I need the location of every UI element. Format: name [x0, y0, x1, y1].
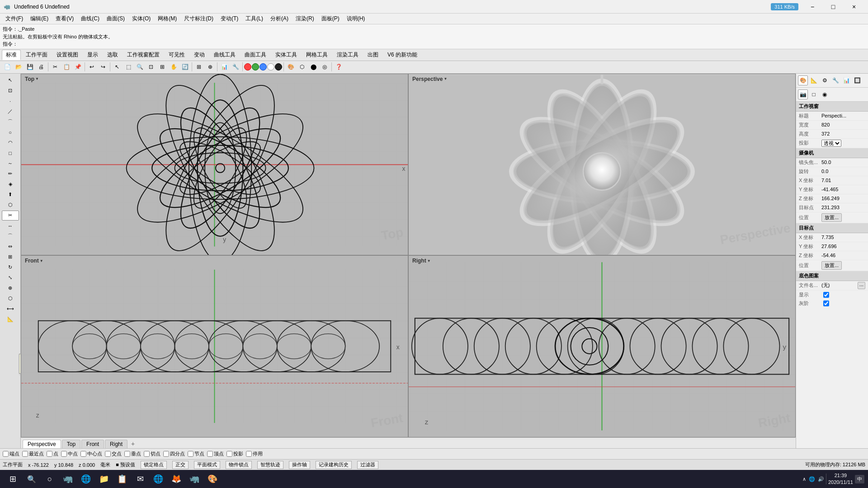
tool-mesh-tools[interactable]: ⬡ — [2, 294, 19, 304]
task-ie[interactable]: 🌐 — [78, 472, 94, 486]
snap-vertex[interactable]: 顶点 — [207, 450, 224, 457]
tb-help[interactable]: ❓ — [333, 61, 344, 72]
tab-print[interactable]: 出图 — [363, 50, 382, 60]
maximize-button[interactable]: □ — [823, 0, 844, 14]
status-smarttrack[interactable]: 智慧轨迹 — [257, 461, 283, 469]
viewport-front[interactable]: Front — [21, 255, 408, 437]
tab-display[interactable]: 显示 — [83, 50, 102, 60]
tool-solid[interactable]: ⬡ — [2, 200, 19, 210]
tb-paste[interactable]: 📌 — [72, 61, 83, 72]
menu-file[interactable]: 文件(F) — [2, 14, 27, 23]
menu-view[interactable]: 查看(V) — [52, 14, 77, 23]
menu-panel[interactable]: 面板(P) — [318, 14, 343, 23]
tb-redo[interactable]: ↪ — [98, 61, 108, 72]
menu-edit[interactable]: 编辑(E) — [27, 14, 52, 23]
snap-midpoint[interactable]: 中点 — [61, 450, 78, 457]
tb-undo[interactable]: ↩ — [86, 61, 97, 72]
menu-help[interactable]: 说明(H) — [343, 14, 369, 23]
tool-line[interactable]: ／ — [2, 107, 19, 117]
snap-point[interactable]: 点 — [47, 450, 58, 457]
menu-render[interactable]: 渲染(R) — [292, 14, 318, 23]
tray-expand[interactable]: ∧ — [802, 476, 806, 482]
start-button[interactable]: ⊞ — [4, 472, 22, 486]
task-cortana[interactable]: ○ — [42, 472, 58, 486]
task-color[interactable]: 🎨 — [204, 472, 221, 486]
tb-save[interactable]: 💾 — [24, 61, 35, 72]
snap-nearest[interactable]: 最近点 — [22, 450, 44, 457]
tb-print[interactable]: 🖨 — [36, 61, 47, 72]
task-app1[interactable]: 🦊 — [168, 472, 184, 486]
snap-center[interactable]: 中心点 — [80, 450, 102, 457]
tb-new[interactable]: 📄 — [2, 61, 13, 72]
tb-select[interactable]: ↖ — [112, 61, 123, 72]
panel-icon-properties[interactable]: 🎨 — [798, 75, 808, 85]
tab-select[interactable]: 选取 — [103, 50, 122, 60]
tool-dimension[interactable]: ⟷ — [2, 304, 19, 314]
panel-icon-material[interactable]: ⚙ — [820, 75, 830, 85]
snap-endpoint[interactable]: 端点 — [3, 450, 19, 457]
panel-icon-camera[interactable]: 📷 — [798, 89, 808, 99]
bg-show-checkbox[interactable] — [823, 292, 829, 298]
tb-zoom-window[interactable]: ⊞ — [157, 61, 168, 72]
tray-network[interactable]: 🌐 — [809, 476, 815, 482]
tool-rect[interactable]: □ — [2, 148, 19, 158]
menu-surface[interactable]: 曲面(S) — [103, 14, 128, 23]
search-button[interactable]: 🔍 — [24, 472, 40, 486]
tb-pan[interactable]: ✋ — [168, 61, 179, 72]
tool-trim[interactable]: ✂ — [2, 211, 19, 221]
tb-properties[interactable]: 🔧 — [230, 61, 241, 72]
tab-setview[interactable]: 设置视图 — [52, 50, 82, 60]
snap-knot[interactable]: 节点 — [188, 450, 204, 457]
minimize-button[interactable]: − — [802, 0, 823, 14]
tray-sound[interactable]: 🔊 — [818, 476, 824, 482]
snap-quad[interactable]: 四分点 — [163, 450, 185, 457]
tb-material[interactable]: 🎨 — [285, 61, 296, 72]
tab-standard[interactable]: 标准 — [2, 50, 21, 60]
bg-file-button[interactable]: ··· — [858, 282, 865, 289]
ime-indicator[interactable]: 中 — [855, 475, 864, 483]
menu-curve[interactable]: 曲线(C) — [77, 14, 103, 23]
status-osnap[interactable]: 物件锁点 — [226, 461, 252, 469]
task-mail[interactable]: ✉ — [132, 472, 148, 486]
tab-workplane[interactable]: 工作平面 — [22, 50, 52, 60]
tb-color-red[interactable] — [244, 63, 251, 70]
menu-dim[interactable]: 尺寸标注(D) — [180, 14, 217, 23]
tool-curve[interactable]: ～ — [2, 159, 19, 169]
vp-top-label[interactable]: Top — [25, 76, 39, 82]
tb-color-blue[interactable] — [259, 63, 267, 70]
tool-point[interactable]: · — [2, 96, 19, 106]
snap-project[interactable]: 投影 — [226, 450, 243, 457]
tool-analyze2[interactable]: 📐 — [2, 314, 19, 324]
system-clock[interactable]: 21:39 2020/11/11 — [828, 472, 853, 486]
vp-tab-add[interactable]: + — [128, 439, 137, 448]
tool-extrude[interactable]: ⬆ — [2, 190, 19, 200]
panel-icon-env[interactable]: 🔧 — [830, 75, 840, 85]
panel-icon-texture[interactable]: 📊 — [841, 75, 851, 85]
cam-place-button[interactable]: 放置... — [821, 213, 842, 222]
tool-surface[interactable]: ◈ — [2, 179, 19, 189]
tab-vpconfig[interactable]: 工作视窗配置 — [123, 50, 164, 60]
snap-tangent[interactable]: 切点 — [144, 450, 160, 457]
tb-color-black[interactable] — [275, 63, 282, 70]
tool-freeform[interactable]: ✏ — [2, 169, 19, 179]
panel-icon-layers[interactable]: 📐 — [809, 75, 819, 85]
tool-array[interactable]: ⊞ — [2, 252, 19, 262]
panel-icon-flat[interactable]: □ — [809, 89, 819, 99]
tb-zoom-in[interactable]: 🔍 — [134, 61, 145, 72]
tgt-place-button[interactable]: 放置... — [821, 261, 842, 270]
tb-render[interactable]: ⬡ — [297, 61, 307, 72]
menu-tools[interactable]: 工具(L) — [242, 14, 267, 23]
tab-rendertools[interactable]: 渲染工具 — [333, 50, 363, 60]
tool-rotate[interactable]: ↻ — [2, 263, 19, 272]
bg-grey-checkbox[interactable] — [823, 300, 829, 306]
tb-copy[interactable]: 📋 — [61, 61, 72, 72]
status-planar[interactable]: 平面模式 — [194, 461, 220, 469]
viewport-top[interactable]: Top — [21, 74, 408, 256]
snap-disable[interactable]: 停用 — [246, 450, 263, 457]
menu-transform[interactable]: 变动(T) — [217, 14, 242, 23]
tool-arc[interactable]: ◠ — [2, 138, 19, 148]
tab-visibility[interactable]: 可见性 — [165, 50, 189, 60]
tb-color-green[interactable] — [252, 63, 259, 70]
menu-solid[interactable]: 实体(O) — [128, 14, 154, 23]
tool-scale[interactable]: ⤡ — [2, 273, 19, 283]
